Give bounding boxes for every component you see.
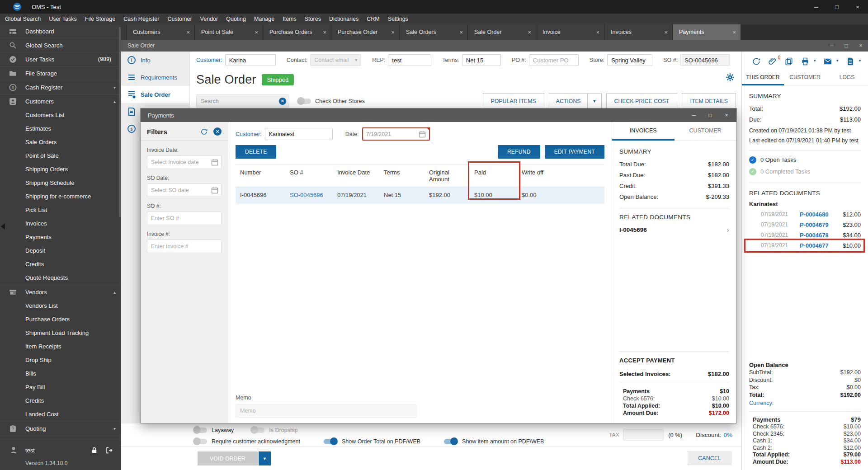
customer-field[interactable] [225,54,276,66]
so-link[interactable]: SO-0045696 [285,187,333,203]
payment-document-link[interactable]: P-0004680 [800,209,833,220]
chevron-down-icon[interactable]: ▼ [813,59,816,64]
window-restore-button[interactable]: □ [839,42,854,49]
option-toggle[interactable]: Show item amount on PDF\WEB [444,438,544,445]
related-document-row[interactable]: 07/19/2021 P-0004680 $12.00 [749,209,861,220]
tab-close-icon[interactable]: × [255,29,258,36]
sidebar-collapse-handle[interactable] [1,223,5,230]
delete-button[interactable]: DELETE [236,145,276,159]
table-column-header[interactable]: Number [236,165,285,187]
sidebar-item-customers[interactable]: Customers ▴ [0,94,121,108]
chevron-down-icon[interactable]: ▼ [587,94,601,109]
edit-payment-button[interactable]: EDIT PAYMENT [545,145,604,159]
toggle-switch[interactable] [193,428,207,433]
tax-input[interactable] [623,429,664,441]
document-tab[interactable]: Payments × [673,24,741,40]
menu-item[interactable]: Cash Register [119,16,163,22]
table-row[interactable]: I-0045696 SO-0045696 07/19/2021 Net 15 $… [236,187,604,203]
document-tab[interactable]: Invoices × [604,24,673,40]
menu-item[interactable]: Customer [163,16,196,22]
store-field[interactable] [607,54,652,66]
cancel-button[interactable]: CANCEL [688,451,731,465]
so-number-field[interactable] [680,54,730,66]
lock-icon[interactable] [90,446,98,454]
toggle-switch[interactable] [251,428,264,433]
option-toggle[interactable]: Is Dropship [251,427,297,433]
calendar-icon[interactable] [211,187,218,194]
document-tab[interactable]: Point of Sale × [195,24,263,40]
option-toggle[interactable]: Require customer acknowledgment [193,438,300,445]
related-document-row[interactable]: 07/19/2021 P-0004677 $10.00 [749,240,861,251]
copy-icon[interactable] [784,56,794,66]
payments-modal-titlebar[interactable]: Payments ─ □ × [141,108,736,122]
app-maximize-button[interactable]: □ [826,0,847,14]
menu-item[interactable]: Manage [250,16,278,22]
refresh-filters-icon[interactable] [200,128,208,136]
document-tab[interactable]: Customers × [127,24,195,40]
sidebar-item-user-tasks[interactable]: User Tasks (989) [0,52,121,66]
calendar-icon[interactable] [211,159,218,166]
document-tab[interactable]: Invoice × [536,24,604,40]
sidebar-subitem[interactable]: Shipment Load Tracking [0,326,121,340]
po-field[interactable] [529,54,579,66]
invoice-number-filter-input[interactable] [147,240,222,253]
clear-search-icon[interactable]: ✕ [279,98,286,105]
menu-item[interactable]: Dictionaries [325,16,363,22]
window-close-button[interactable]: × [854,42,868,49]
tab-invoices[interactable]: INVOICES [612,122,675,141]
actions-button[interactable]: ACTIONS ▼ [549,93,602,109]
refresh-icon[interactable] [752,56,761,66]
menu-item[interactable]: Quoting [222,16,250,22]
tab-close-icon[interactable]: × [186,29,190,36]
completed-tasks-row[interactable]: ✓ 0 Completed Tasks [749,166,861,178]
print-icon[interactable] [801,56,810,66]
modal-close-button[interactable]: × [718,112,735,118]
table-column-header[interactable]: SO # [285,165,333,187]
sidebar-item-cash-register[interactable]: $ Cash Register ▾ [0,80,121,94]
sidebar-subitem[interactable]: Pick List [0,203,121,217]
item-details-button[interactable]: ITEM DETAILS [682,93,736,109]
menu-item[interactable]: Settings [384,16,412,22]
related-invoice-row[interactable]: I-0045696 › [619,225,729,235]
tab-close-icon[interactable]: × [323,29,326,36]
check-price-cost-button[interactable]: CHECK PRICE COST [606,93,678,109]
sidebar-subitem[interactable]: Item Receipts [0,340,121,353]
sidebar-subitem[interactable]: Credits [0,258,121,271]
sidebar-item-vendors[interactable]: Vendors ▴ [0,285,121,299]
document-tab[interactable]: Sale Order × [468,24,536,40]
close-filters-icon[interactable]: ✕ [213,127,222,136]
sidebar-subitem[interactable]: Point of Sale [0,149,121,163]
option-toggle[interactable]: Layaway [193,427,234,433]
sidebar-subitem[interactable]: Shipping for e-commerce [0,190,121,203]
sidebar-subitem[interactable]: Shipping Orders [0,163,121,176]
sidebar-subitem[interactable]: Vendors List [0,299,121,313]
tab-close-icon[interactable]: × [459,29,463,36]
sidebar-subitem[interactable]: Estimates [0,122,121,136]
attachment-icon[interactable]: 0 [768,56,778,66]
table-column-header[interactable]: Original Amount [425,165,470,187]
payment-document-link[interactable]: P-0004677 [800,240,833,251]
sidebar-subitem[interactable]: Sale Orders [0,136,121,149]
right-panel-tab[interactable]: CUSTOMER [784,70,826,85]
tab-info[interactable]: i Info [121,52,189,69]
refund-button[interactable]: REFUND [498,145,540,159]
tab-close-icon[interactable]: × [391,29,395,36]
search-input[interactable] [196,94,289,108]
sidebar-scrollbar[interactable] [119,27,121,217]
tab-scroll-stub[interactable] [121,24,127,40]
sidebar-subitem[interactable]: Customers List [0,108,121,122]
table-column-header[interactable]: Write off [517,165,604,187]
calendar-icon[interactable] [419,131,426,138]
tab-close-icon[interactable]: × [596,29,599,36]
so-date-filter-input[interactable] [147,183,222,197]
rep-field[interactable] [388,54,431,66]
sidebar-item-file-storage[interactable]: File Storage [0,66,121,80]
app-minimize-button[interactable]: ─ [806,0,826,14]
menu-item[interactable]: File Storage [81,16,119,22]
chevron-down-icon[interactable]: ▼ [259,451,271,465]
menu-item[interactable]: Items [278,16,301,22]
sidebar-subitem[interactable]: Drop Ship [0,353,121,367]
tab-close-icon[interactable]: × [732,29,736,36]
open-tasks-row[interactable]: ✓ 0 Open Tasks [749,154,861,166]
sidebar-subitem[interactable]: Bills [0,367,121,381]
